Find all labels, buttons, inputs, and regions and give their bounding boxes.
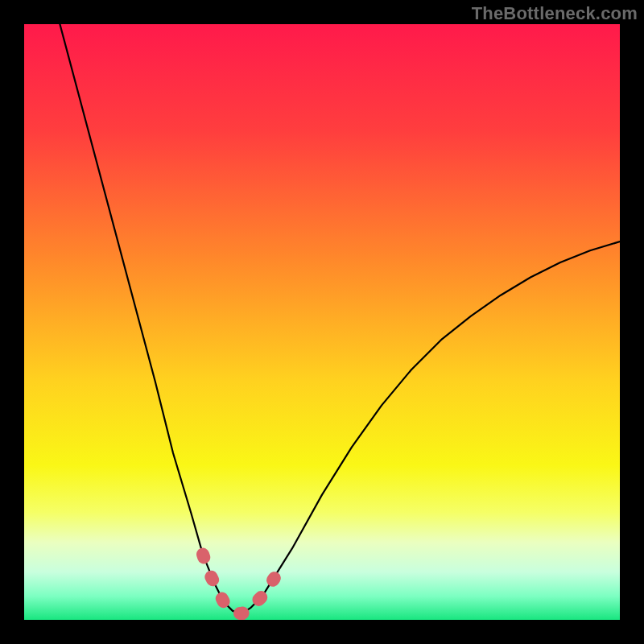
chart-frame: TheBottleneck.com (0, 0, 644, 644)
plot-area (24, 24, 620, 620)
bottleneck-curve (24, 24, 620, 620)
watermark: TheBottleneck.com (472, 3, 638, 24)
